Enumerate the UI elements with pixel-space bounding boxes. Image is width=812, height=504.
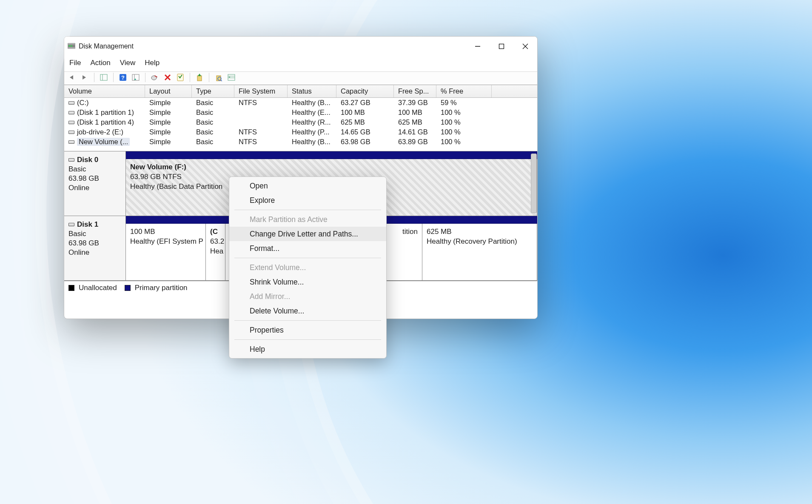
svg-rect-19	[197, 76, 202, 81]
volume-pct: 100 %	[436, 137, 492, 147]
svg-line-22	[221, 80, 222, 81]
drive-icon	[68, 111, 74, 114]
volume-status: Healthy (B...	[288, 98, 336, 108]
svg-rect-26	[229, 77, 230, 78]
svg-point-14	[151, 76, 157, 80]
volume-layout: Simple	[145, 98, 192, 108]
nav-back-button[interactable]	[67, 73, 77, 82]
col-type[interactable]: Type	[192, 85, 234, 97]
toolbar: ?	[64, 71, 537, 85]
ctx-add-mirror: Add Mirror...	[229, 289, 386, 304]
svg-point-21	[218, 77, 221, 80]
ctx-mark-partition-active: Mark Partition as Active	[229, 212, 386, 227]
volume-row[interactable]: (Disk 1 partition 4)SimpleBasicHealthy (…	[64, 117, 537, 127]
maximize-button[interactable]	[490, 37, 513, 56]
volume-status: Healthy (P...	[288, 127, 336, 137]
col-layout[interactable]: Layout	[145, 85, 192, 97]
window-title: Disk Management	[79, 43, 134, 50]
svg-rect-20	[217, 76, 221, 81]
col-status[interactable]: Status	[288, 85, 336, 97]
refresh-button[interactable]	[131, 73, 141, 82]
svg-rect-23	[228, 74, 235, 80]
ctx-delete-volume[interactable]: Delete Volume...	[229, 304, 386, 318]
volume-capacity: 63.27 GB	[336, 98, 394, 108]
volume-pct: 100 %	[436, 127, 492, 137]
volume-row[interactable]: (Disk 1 partition 1)SimpleBasicHealthy (…	[64, 108, 537, 117]
svg-rect-5	[499, 44, 504, 49]
svg-rect-0	[68, 43, 75, 48]
export-button[interactable]	[194, 73, 205, 82]
col-volume[interactable]: Volume	[64, 85, 145, 97]
svg-rect-1	[68, 44, 75, 48]
nav-forward-button[interactable]	[80, 73, 90, 82]
legend-unallocated-swatch	[68, 285, 74, 291]
volume-row[interactable]: job-drive-2 (E:)SimpleBasicNTFSHealthy (…	[64, 127, 537, 137]
svg-rect-3	[71, 45, 72, 47]
volume-type: Basic	[192, 98, 234, 108]
help-button[interactable]: ?	[118, 73, 128, 82]
volume-type: Basic	[192, 137, 234, 147]
menu-action[interactable]: Action	[90, 59, 110, 67]
volume-capacity: 625 MB	[336, 117, 394, 127]
volume-free: 625 MB	[394, 117, 436, 127]
volume-fs: NTFS	[234, 98, 288, 108]
col-free[interactable]: Free Sp...	[394, 85, 436, 97]
disk-1-partition-efi[interactable]: 100 MB Healthy (EFI System P	[126, 224, 206, 280]
volume-layout: Simple	[145, 127, 192, 137]
app-icon	[68, 43, 75, 50]
show-hide-tree-button[interactable]	[99, 73, 109, 82]
disk-1-size: 63.98 GB	[68, 239, 121, 248]
legend-primary-swatch	[125, 285, 131, 291]
volume-fs	[234, 117, 288, 127]
menubar: File Action View Help	[64, 56, 537, 71]
svg-rect-18	[177, 74, 183, 81]
ctx-separator	[234, 210, 381, 210]
rescan-disks-button[interactable]	[150, 73, 160, 82]
minimize-button[interactable]	[466, 37, 490, 56]
menu-view[interactable]: View	[120, 59, 136, 67]
volume-row[interactable]: (C:)SimpleBasicNTFSHealthy (B...63.27 GB…	[64, 98, 537, 108]
volume-name: (C:)	[77, 99, 89, 107]
volume-fs: NTFS	[234, 127, 288, 137]
partition-context-menu: Open Explore Mark Partition as Active Ch…	[229, 177, 387, 359]
svg-line-17	[165, 75, 170, 80]
volume-table-header[interactable]: Volume Layout Type File System Status Ca…	[64, 85, 537, 98]
volume-name: job-drive-2 (E:)	[77, 128, 123, 136]
col-pct[interactable]: % Free	[436, 85, 492, 97]
list-view-button[interactable]	[226, 73, 236, 82]
ctx-properties[interactable]: Properties	[229, 323, 386, 337]
volume-table: Volume Layout Type File System Status Ca…	[64, 85, 537, 151]
titlebar[interactable]: Disk Management	[64, 37, 537, 56]
ctx-open[interactable]: Open	[229, 179, 386, 193]
disk-1-state: Online	[68, 248, 121, 257]
volume-layout: Simple	[145, 137, 192, 147]
svg-text:?: ?	[121, 74, 125, 81]
col-capacity[interactable]: Capacity	[336, 85, 394, 97]
ctx-help[interactable]: Help	[229, 342, 386, 356]
volume-free: 63.89 GB	[394, 137, 436, 147]
disk-0-size: 63.98 GB	[68, 174, 121, 183]
ctx-separator	[234, 339, 381, 340]
disk-1-label[interactable]: Disk 1 Basic 63.98 GB Online	[64, 216, 126, 280]
disk-1-partition-c[interactable]: (C 63.2 Hea	[206, 224, 225, 280]
ctx-separator	[234, 320, 381, 321]
close-button[interactable]	[513, 37, 537, 56]
disk-1-partition-recovery[interactable]: 625 MB Healthy (Recovery Partition)	[422, 224, 537, 280]
delete-button[interactable]	[162, 73, 173, 82]
menu-help[interactable]: Help	[145, 59, 160, 67]
ctx-change-drive-letter[interactable]: Change Drive Letter and Paths...	[229, 227, 386, 241]
col-filesystem[interactable]: File System	[234, 85, 288, 97]
volume-row[interactable]: New Volume (...SimpleBasicNTFSHealthy (B…	[64, 137, 537, 147]
volume-fs	[234, 108, 288, 117]
graphical-scrollbar[interactable]	[531, 154, 537, 213]
ctx-explore[interactable]: Explore	[229, 193, 386, 208]
properties-button[interactable]	[175, 73, 185, 82]
volume-status: Healthy (B...	[288, 137, 336, 147]
volume-fs: NTFS	[234, 137, 288, 147]
ctx-format[interactable]: Format...	[229, 241, 386, 256]
partition-title: New Volume (F:)	[130, 162, 533, 172]
menu-file[interactable]: File	[69, 59, 81, 67]
disk-0-label[interactable]: Disk 0 Basic 63.98 GB Online	[64, 151, 126, 216]
ctx-shrink-volume[interactable]: Shrink Volume...	[229, 275, 386, 289]
find-button[interactable]	[214, 73, 224, 82]
